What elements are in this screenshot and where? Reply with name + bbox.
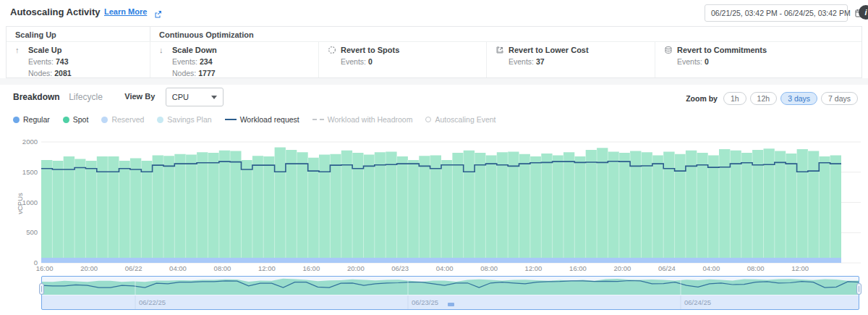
svg-text:vCPUs: vCPUs [16,193,24,214]
zoom-by-group: Zoom by 1h 12h 3 days 7 days [686,92,858,105]
legend-item-spot[interactable]: Spot [63,115,89,124]
stat-title: Revert to Lower Cost [509,46,589,54]
stat-title: Scale Up [28,46,61,54]
section-divider [0,78,868,85]
svg-text:16:00: 16:00 [569,264,587,272]
group-label-continuous-optimization: Continuous Optimization [150,27,861,41]
circle-outline-marker-icon [425,117,431,122]
stat-card-scale-down: ↓Scale Down Events:234 Nodes:1777 [150,42,319,77]
svg-text:1000: 1000 [22,198,38,206]
tab-breakdown[interactable]: Breakdown [13,88,60,102]
view-by-label: View By [124,92,155,101]
dot-marker-icon [13,117,20,123]
autoscaling-activity-page: Autoscaling Activity Learn More 06/21/25… [0,0,868,315]
svg-text:08:00: 08:00 [747,264,765,272]
svg-text:08:00: 08:00 [214,264,231,272]
chart-legend: RegularSpotReservedSavings PlanWorkload … [13,114,858,125]
timeline-brush[interactable] [41,276,859,310]
legend-item-autoscaling-event[interactable]: Autoscaling Event [425,115,495,124]
svg-text:04:00: 04:00 [436,264,454,272]
legend-item-regular[interactable]: Regular [13,115,50,124]
legend-label: Workload with Headroom [328,115,413,124]
view-by-select[interactable]: CPU [166,88,224,106]
info-icon[interactable]: i [859,5,868,20]
svg-text:12:00: 12:00 [791,264,809,272]
svg-text:06/22: 06/22 [125,264,142,272]
dot-marker-icon [157,117,163,123]
dot-marker-icon [63,117,69,123]
stat-title: Revert to Spots [341,46,399,54]
chevron-down-icon [211,96,217,99]
legend-item-workload-with-headroom[interactable]: Workload with Headroom [312,115,413,124]
legend-item-workload-request[interactable]: Workload request [225,115,299,124]
scale-down-arrow-icon: ↓ [159,46,168,54]
learn-more-link[interactable]: Learn More [104,7,147,16]
date-range-input[interactable]: 06/21/25, 03:42 PM - 06/24/25, 03:42 PM [705,4,848,22]
chart-panel: Breakdown Lifecycle View By CPU Zoom by … [0,85,868,315]
layers-icon [664,46,673,54]
legend-label: Autoscaling Event [435,115,495,124]
legend-label: Reserved [111,115,144,124]
stat-card-scale-up: ↑Scale Up Events:743 Nodes:2081 [7,42,150,77]
external-link-icon[interactable] [154,8,162,16]
dot-marker-icon [101,117,108,123]
legend-item-savings-plan[interactable]: Savings Plan [157,115,211,124]
brush-center-grip[interactable] [448,303,454,306]
svg-text:08:00: 08:00 [480,264,498,272]
stat-nodes: Nodes:2081 [28,69,150,77]
spot-ball-icon [328,46,336,54]
zoom-by-7-days[interactable]: 7 days [821,92,858,105]
zoom-by-12h[interactable]: 12h [750,92,778,105]
legend-item-reserved[interactable]: Reserved [101,115,144,124]
view-by-value: CPU [172,93,211,101]
svg-text:06/24: 06/24 [658,264,676,272]
corner-arrow-icon [495,46,504,54]
tab-lifecycle[interactable]: Lifecycle [69,88,103,102]
stat-events: Events:37 [509,57,655,66]
svg-text:06/23: 06/23 [391,264,409,272]
dashed-line-marker-icon [312,119,324,120]
stat-events: Events:234 [172,57,318,66]
svg-text:20:00: 20:00 [80,264,98,272]
stat-title: Scale Down [172,46,217,54]
svg-text:2000: 2000 [22,138,38,146]
stat-card-revert-to-spots: Revert to Spots Events:0 [319,42,487,77]
svg-text:20:00: 20:00 [347,264,365,272]
zoom-by-3-days[interactable]: 3 days [780,92,817,105]
stat-card-revert-to-commitments: Revert to Commitments Events:0 [655,42,861,77]
svg-text:12:00: 12:00 [525,264,542,272]
stat-card-revert-to-lower-cost: Revert to Lower Cost Events:37 [487,42,655,77]
page-title: Autoscaling Activity [10,7,100,17]
legend-label: Regular [23,115,50,124]
svg-text:12:00: 12:00 [258,264,276,272]
svg-text:20:00: 20:00 [614,264,631,272]
svg-text:16:00: 16:00 [302,264,320,272]
brush-left-handle[interactable] [39,283,44,295]
group-label-scaling-up: Scaling Up [7,27,150,41]
svg-text:16:00: 16:00 [36,264,54,272]
date-range-value: 06/21/25, 03:42 PM - 06/24/25, 03:42 PM [711,9,851,17]
stat-events: Events:0 [341,57,486,66]
svg-text:04:00: 04:00 [702,264,720,272]
page-header: Autoscaling Activity Learn More 06/21/25… [0,0,868,25]
stat-events: Events:0 [677,57,861,66]
scale-up-arrow-icon: ↑ [15,46,24,54]
stat-title: Revert to Commitments [677,46,767,54]
zoom-by-1h[interactable]: 1h [723,92,746,105]
brush-right-handle[interactable] [856,283,861,295]
main-chart[interactable]: 0500100015002000vCPUs16:0020:0006/2204:0… [0,135,868,276]
stats-panel: Scaling Up Continuous Optimization ↑Scal… [6,26,862,78]
legend-label: Spot [73,115,89,124]
chart-controls: Breakdown Lifecycle View By CPU Zoom by … [13,88,858,108]
svg-text:04:00: 04:00 [169,264,187,272]
legend-label: Workload request [240,115,299,124]
legend-label: Savings Plan [167,115,211,124]
svg-text:1500: 1500 [22,168,38,176]
stat-nodes: Nodes:1777 [172,69,318,77]
line-marker-icon [225,119,237,120]
svg-text:500: 500 [26,228,38,236]
zoom-by-label: Zoom by [686,94,718,103]
stat-events: Events:743 [28,57,150,66]
